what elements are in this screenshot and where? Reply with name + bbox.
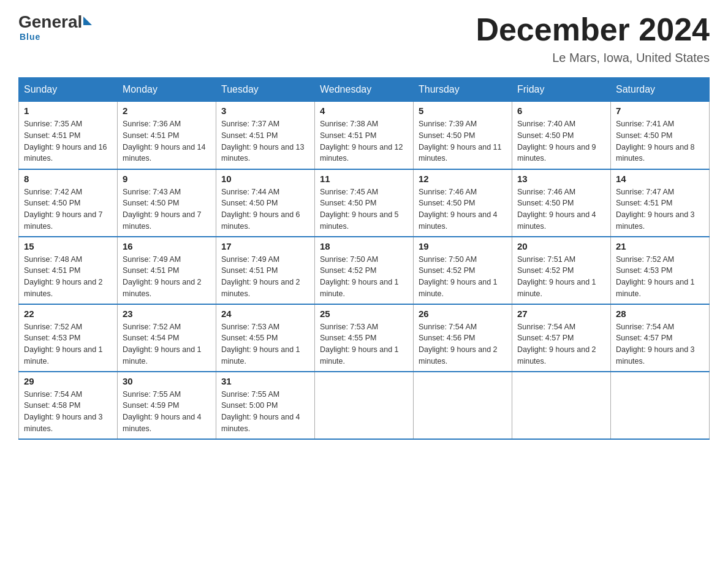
- header-friday: Friday: [512, 78, 611, 102]
- day-info: Sunrise: 7:52 AMSunset: 4:53 PMDaylight:…: [24, 323, 103, 366]
- day-number: 5: [419, 105, 507, 116]
- day-number: 27: [517, 308, 605, 319]
- day-info: Sunrise: 7:39 AMSunset: 4:50 PMDaylight:…: [419, 120, 502, 163]
- table-row: 7 Sunrise: 7:41 AMSunset: 4:50 PMDayligh…: [611, 102, 710, 169]
- table-row: 21 Sunrise: 7:52 AMSunset: 4:53 PMDaylig…: [611, 237, 710, 304]
- table-row: 25 Sunrise: 7:53 AMSunset: 4:55 PMDaylig…: [315, 304, 414, 372]
- month-title: December 2024: [476, 12, 710, 47]
- logo-general-text: General: [18, 12, 82, 32]
- day-number: 24: [221, 308, 309, 319]
- table-row: 2 Sunrise: 7:36 AMSunset: 4:51 PMDayligh…: [118, 102, 216, 169]
- day-info: Sunrise: 7:54 AMSunset: 4:56 PMDaylight:…: [419, 323, 498, 366]
- day-info: Sunrise: 7:41 AMSunset: 4:50 PMDaylight:…: [616, 120, 695, 163]
- day-number: 21: [616, 241, 704, 251]
- day-info: Sunrise: 7:55 AMSunset: 4:59 PMDaylight:…: [123, 390, 202, 433]
- day-info: Sunrise: 7:53 AMSunset: 4:55 PMDaylight:…: [221, 323, 300, 366]
- day-info: Sunrise: 7:51 AMSunset: 4:52 PMDaylight:…: [517, 255, 596, 298]
- calendar-week-row: 22 Sunrise: 7:52 AMSunset: 4:53 PMDaylig…: [19, 304, 710, 372]
- day-number: 25: [320, 308, 408, 319]
- table-row: 6 Sunrise: 7:40 AMSunset: 4:50 PMDayligh…: [512, 102, 611, 169]
- table-row: [512, 372, 611, 439]
- header-wednesday: Wednesday: [315, 78, 414, 102]
- table-row: 12 Sunrise: 7:46 AMSunset: 4:50 PMDaylig…: [414, 169, 512, 237]
- day-number: 2: [123, 105, 211, 116]
- day-info: Sunrise: 7:49 AMSunset: 4:51 PMDaylight:…: [221, 255, 300, 298]
- location-text: Le Mars, Iowa, United States: [476, 51, 710, 65]
- day-info: Sunrise: 7:49 AMSunset: 4:51 PMDaylight:…: [123, 255, 202, 298]
- day-number: 4: [320, 105, 408, 116]
- table-row: [315, 372, 414, 439]
- day-number: 1: [24, 105, 112, 116]
- table-row: 5 Sunrise: 7:39 AMSunset: 4:50 PMDayligh…: [414, 102, 512, 169]
- day-info: Sunrise: 7:55 AMSunset: 5:00 PMDaylight:…: [221, 390, 300, 433]
- day-info: Sunrise: 7:47 AMSunset: 4:51 PMDaylight:…: [616, 188, 695, 231]
- header-tuesday: Tuesday: [216, 78, 315, 102]
- header-sunday: Sunday: [19, 78, 118, 102]
- day-number: 28: [616, 308, 704, 319]
- header-thursday: Thursday: [414, 78, 512, 102]
- day-number: 9: [123, 174, 211, 184]
- table-row: 27 Sunrise: 7:54 AMSunset: 4:57 PMDaylig…: [512, 304, 611, 372]
- table-row: 9 Sunrise: 7:43 AMSunset: 4:50 PMDayligh…: [118, 169, 216, 237]
- day-info: Sunrise: 7:46 AMSunset: 4:50 PMDaylight:…: [517, 188, 596, 231]
- day-info: Sunrise: 7:35 AMSunset: 4:51 PMDaylight:…: [24, 120, 107, 163]
- day-number: 29: [24, 376, 112, 386]
- day-info: Sunrise: 7:36 AMSunset: 4:51 PMDaylight:…: [123, 120, 206, 163]
- day-info: Sunrise: 7:52 AMSunset: 4:53 PMDaylight:…: [616, 255, 695, 298]
- header-saturday: Saturday: [611, 78, 710, 102]
- day-info: Sunrise: 7:52 AMSunset: 4:54 PMDaylight:…: [123, 323, 202, 366]
- table-row: 29 Sunrise: 7:54 AMSunset: 4:58 PMDaylig…: [19, 372, 118, 439]
- day-number: 18: [320, 241, 408, 251]
- table-row: [414, 372, 512, 439]
- day-info: Sunrise: 7:40 AMSunset: 4:50 PMDaylight:…: [517, 120, 596, 163]
- day-number: 26: [419, 308, 507, 319]
- day-number: 15: [24, 241, 112, 251]
- table-row: 18 Sunrise: 7:50 AMSunset: 4:52 PMDaylig…: [315, 237, 414, 304]
- day-info: Sunrise: 7:37 AMSunset: 4:51 PMDaylight:…: [221, 120, 305, 163]
- table-row: 30 Sunrise: 7:55 AMSunset: 4:59 PMDaylig…: [118, 372, 216, 439]
- day-number: 19: [419, 241, 507, 251]
- day-info: Sunrise: 7:54 AMSunset: 4:58 PMDaylight:…: [24, 390, 103, 433]
- table-row: 17 Sunrise: 7:49 AMSunset: 4:51 PMDaylig…: [216, 237, 315, 304]
- table-row: 4 Sunrise: 7:38 AMSunset: 4:51 PMDayligh…: [315, 102, 414, 169]
- day-info: Sunrise: 7:53 AMSunset: 4:55 PMDaylight:…: [320, 323, 399, 366]
- day-number: 17: [221, 241, 309, 251]
- calendar-table: Sunday Monday Tuesday Wednesday Thursday…: [18, 77, 710, 440]
- day-number: 10: [221, 174, 309, 184]
- day-info: Sunrise: 7:50 AMSunset: 4:52 PMDaylight:…: [320, 255, 399, 298]
- calendar-header-row: Sunday Monday Tuesday Wednesday Thursday…: [19, 78, 710, 102]
- table-row: 3 Sunrise: 7:37 AMSunset: 4:51 PMDayligh…: [216, 102, 315, 169]
- table-row: 16 Sunrise: 7:49 AMSunset: 4:51 PMDaylig…: [118, 237, 216, 304]
- table-row: 24 Sunrise: 7:53 AMSunset: 4:55 PMDaylig…: [216, 304, 315, 372]
- table-row: 26 Sunrise: 7:54 AMSunset: 4:56 PMDaylig…: [414, 304, 512, 372]
- day-number: 11: [320, 174, 408, 184]
- calendar-week-row: 15 Sunrise: 7:48 AMSunset: 4:51 PMDaylig…: [19, 237, 710, 304]
- day-info: Sunrise: 7:45 AMSunset: 4:50 PMDaylight:…: [320, 188, 399, 231]
- table-row: 10 Sunrise: 7:44 AMSunset: 4:50 PMDaylig…: [216, 169, 315, 237]
- calendar-week-row: 8 Sunrise: 7:42 AMSunset: 4:50 PMDayligh…: [19, 169, 710, 237]
- calendar-week-row: 1 Sunrise: 7:35 AMSunset: 4:51 PMDayligh…: [19, 102, 710, 169]
- day-number: 6: [517, 105, 605, 116]
- table-row: 1 Sunrise: 7:35 AMSunset: 4:51 PMDayligh…: [19, 102, 118, 169]
- table-row: 28 Sunrise: 7:54 AMSunset: 4:57 PMDaylig…: [611, 304, 710, 372]
- logo-triangle-icon: [83, 17, 92, 25]
- table-row: 15 Sunrise: 7:48 AMSunset: 4:51 PMDaylig…: [19, 237, 118, 304]
- day-info: Sunrise: 7:44 AMSunset: 4:50 PMDaylight:…: [221, 188, 300, 231]
- calendar-week-row: 29 Sunrise: 7:54 AMSunset: 4:58 PMDaylig…: [19, 372, 710, 439]
- day-number: 8: [24, 174, 112, 184]
- table-row: 11 Sunrise: 7:45 AMSunset: 4:50 PMDaylig…: [315, 169, 414, 237]
- table-row: 20 Sunrise: 7:51 AMSunset: 4:52 PMDaylig…: [512, 237, 611, 304]
- day-number: 3: [221, 105, 309, 116]
- day-info: Sunrise: 7:38 AMSunset: 4:51 PMDaylight:…: [320, 120, 403, 163]
- day-number: 20: [517, 241, 605, 251]
- day-number: 31: [221, 376, 309, 386]
- table-row: 13 Sunrise: 7:46 AMSunset: 4:50 PMDaylig…: [512, 169, 611, 237]
- table-row: 14 Sunrise: 7:47 AMSunset: 4:51 PMDaylig…: [611, 169, 710, 237]
- day-info: Sunrise: 7:48 AMSunset: 4:51 PMDaylight:…: [24, 255, 103, 298]
- header-monday: Monday: [118, 78, 216, 102]
- table-row: [611, 372, 710, 439]
- table-row: 23 Sunrise: 7:52 AMSunset: 4:54 PMDaylig…: [118, 304, 216, 372]
- day-number: 12: [419, 174, 507, 184]
- day-number: 30: [123, 376, 211, 386]
- day-info: Sunrise: 7:50 AMSunset: 4:52 PMDaylight:…: [419, 255, 498, 298]
